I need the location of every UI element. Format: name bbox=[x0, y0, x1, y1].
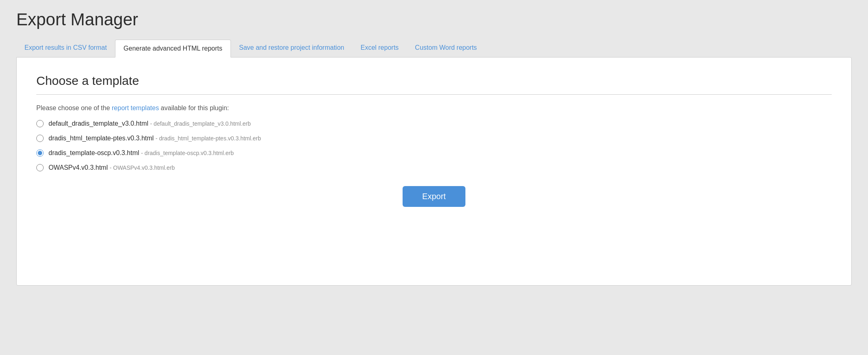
tab-html[interactable]: Generate advanced HTML reports bbox=[115, 40, 231, 58]
content-panel: Choose a template Please choose one of t… bbox=[16, 57, 852, 286]
page-title: Export Manager bbox=[16, 10, 852, 29]
export-button[interactable]: Export bbox=[403, 186, 465, 207]
description-after: available for this plugin: bbox=[159, 104, 229, 111]
template-radio-4[interactable] bbox=[36, 164, 44, 171]
template-option-4[interactable]: OWASPv4.v0.3.html - OWASPv4.v0.3.html.er… bbox=[36, 164, 832, 171]
template-radio-3[interactable] bbox=[36, 149, 44, 157]
export-button-container: Export bbox=[36, 186, 832, 207]
tab-excel[interactable]: Excel reports bbox=[352, 39, 407, 57]
tab-word[interactable]: Custom Word reports bbox=[407, 39, 485, 57]
template-radio-1[interactable] bbox=[36, 120, 44, 127]
template-option-3[interactable]: dradis_template-oscp.v0.3.html - dradis_… bbox=[36, 149, 832, 157]
report-templates-link[interactable]: report templates bbox=[112, 104, 159, 111]
template-option-1[interactable]: default_dradis_template_v3.0.html - defa… bbox=[36, 120, 832, 127]
template-label-2: dradis_html_template-ptes.v0.3.html - dr… bbox=[49, 135, 261, 142]
template-label-4: OWASPv4.v0.3.html - OWASPv4.v0.3.html.er… bbox=[49, 164, 175, 171]
template-option-2[interactable]: dradis_html_template-ptes.v0.3.html - dr… bbox=[36, 135, 832, 142]
tabs-nav: Export results in CSV format Generate ad… bbox=[16, 39, 852, 57]
template-radio-group: default_dradis_template_v3.0.html - defa… bbox=[36, 120, 832, 171]
section-title: Choose a template bbox=[36, 74, 832, 88]
tab-save-restore[interactable]: Save and restore project information bbox=[231, 39, 352, 57]
description-text: Please choose one of the report template… bbox=[36, 104, 832, 112]
template-label-3: dradis_template-oscp.v0.3.html - dradis_… bbox=[49, 149, 234, 157]
description-before: Please choose one of the bbox=[36, 104, 112, 111]
template-radio-2[interactable] bbox=[36, 135, 44, 142]
template-label-1: default_dradis_template_v3.0.html - defa… bbox=[49, 120, 251, 127]
section-divider bbox=[36, 94, 832, 95]
tab-csv[interactable]: Export results in CSV format bbox=[16, 39, 115, 57]
